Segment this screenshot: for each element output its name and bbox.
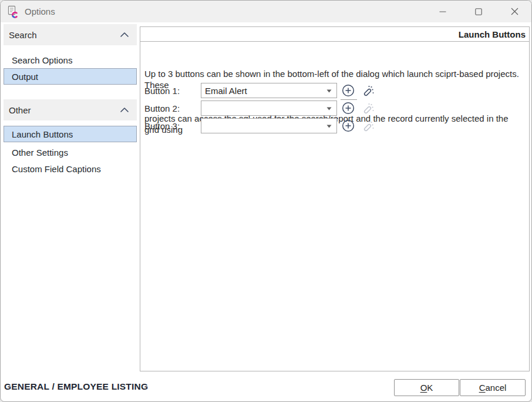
- ok-rest: K: [427, 383, 433, 393]
- cancel-rest: ancel: [485, 383, 506, 393]
- chevron-up-icon: [120, 107, 129, 113]
- magic-wand-icon: [362, 84, 375, 97]
- launch-button-rows: Button 1: Email Alert: [144, 83, 529, 136]
- plus-circle-icon: [342, 84, 355, 97]
- cancel-mnemonic: C: [479, 383, 486, 393]
- close-icon: [511, 8, 518, 15]
- content-panel: Launch Buttons Up to 3 buttons can be sh…: [140, 26, 530, 371]
- divider: [341, 99, 357, 100]
- plus-circle-icon: [342, 119, 355, 132]
- sidebar-item-other-settings[interactable]: Other Settings: [4, 144, 137, 160]
- chevron-down-icon: [326, 89, 332, 93]
- button-1-label: Button 1:: [144, 86, 201, 96]
- button-2-edit-script-button: [361, 101, 376, 116]
- sidebar-item-launch-buttons[interactable]: Launch Buttons: [4, 126, 137, 142]
- magic-wand-icon: [362, 119, 375, 132]
- app-logo-icon: [6, 5, 19, 18]
- sidebar-item-label: Launch Buttons: [12, 129, 73, 139]
- magic-wand-icon: [362, 102, 375, 115]
- sidebar-item-label: Other Settings: [12, 148, 68, 158]
- ok-button[interactable]: OK: [394, 379, 459, 396]
- sidebar-item-custom-field-captions[interactable]: Custom Field Captions: [4, 160, 137, 177]
- options-dialog: Options Search Search Options Output: [0, 0, 532, 402]
- button-1-value: Email Alert: [205, 86, 247, 96]
- button-3-add-button[interactable]: [341, 118, 356, 133]
- title-bar: Options: [1, 1, 531, 22]
- cancel-button[interactable]: Cancel: [460, 379, 526, 396]
- section-search-label: Search: [9, 30, 37, 40]
- sidebar-item-label: Search Options: [12, 55, 72, 65]
- button-1-add-button[interactable]: [341, 83, 356, 98]
- window-title: Options: [25, 6, 55, 16]
- plus-circle-icon: [342, 102, 355, 115]
- sidebar-item-label: Output: [12, 72, 38, 82]
- sidebar: Search Search Options Output Other Launc…: [4, 24, 137, 177]
- sidebar-item-search-options[interactable]: Search Options: [4, 52, 137, 68]
- page-title-text: Launch Buttons: [459, 29, 526, 39]
- maximize-icon: [475, 8, 482, 15]
- section-other-label: Other: [9, 105, 31, 115]
- maximize-button[interactable]: [465, 2, 492, 22]
- window-controls: [429, 1, 528, 22]
- button-2-dropdown[interactable]: [201, 101, 337, 116]
- sidebar-section-other[interactable]: Other: [4, 99, 137, 120]
- button-2-row: Button 2:: [144, 101, 529, 116]
- button-3-row: Button 3:: [144, 118, 529, 133]
- minimize-icon: [439, 8, 446, 15]
- button-3-label: Button 3:: [144, 121, 201, 131]
- chevron-down-icon: [326, 107, 332, 110]
- button-2-label: Button 2:: [144, 103, 201, 113]
- sidebar-item-label: Custom Field Captions: [12, 164, 101, 174]
- page-title: Launch Buttons: [140, 27, 529, 42]
- button-1-dropdown[interactable]: Email Alert: [201, 83, 337, 98]
- context-label: GENERAL / EMPLOYEE LISTING: [4, 381, 148, 392]
- chevron-up-icon: [120, 32, 129, 38]
- button-1-edit-script-button[interactable]: [361, 83, 376, 98]
- button-2-add-button[interactable]: [341, 101, 356, 116]
- chevron-down-icon: [326, 125, 332, 128]
- minimize-button[interactable]: [429, 2, 456, 22]
- close-button[interactable]: [501, 2, 528, 22]
- sidebar-section-search[interactable]: Search: [4, 24, 137, 45]
- sidebar-item-output[interactable]: Output: [4, 68, 137, 85]
- button-3-edit-script-button: [361, 118, 376, 133]
- button-3-dropdown[interactable]: [201, 118, 337, 133]
- button-1-row: Button 1: Email Alert: [144, 83, 529, 98]
- ok-mnemonic: O: [420, 383, 427, 393]
